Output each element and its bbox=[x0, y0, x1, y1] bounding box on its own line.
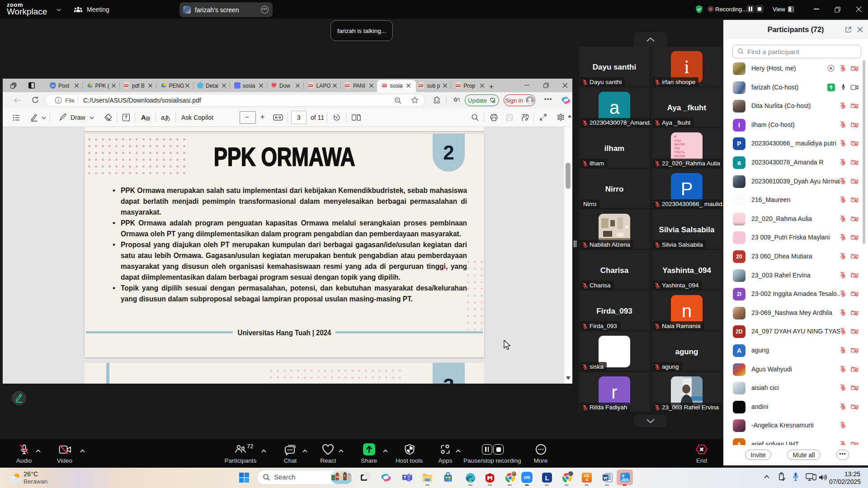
svg-text:PDF: PDF bbox=[124, 84, 128, 87]
svg-text:PDF: PDF bbox=[419, 84, 423, 87]
svg-text:PDF: PDF bbox=[456, 84, 460, 87]
svg-text:PDF: PDF bbox=[345, 84, 349, 87]
svg-text:W: W bbox=[604, 475, 608, 480]
svg-text:PDF: PDF bbox=[308, 84, 312, 87]
svg-text:PDF: PDF bbox=[382, 84, 386, 87]
